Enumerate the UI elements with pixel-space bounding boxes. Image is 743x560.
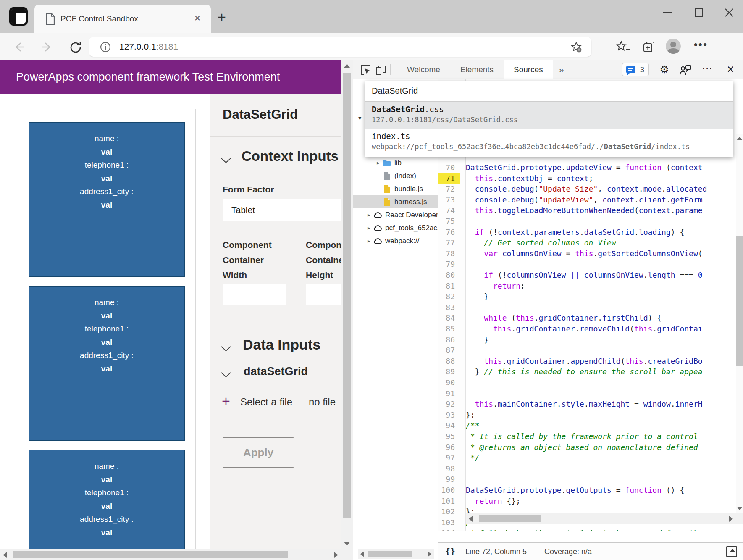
code-line[interactable]: 99 bbox=[438, 474, 736, 485]
apply-button[interactable]: Apply bbox=[223, 437, 294, 468]
chevron-down-icon[interactable] bbox=[221, 372, 231, 378]
tree-arrow-icon[interactable]: ▸ bbox=[377, 160, 383, 166]
page-horizontal-scrollbar[interactable] bbox=[0, 549, 341, 560]
code-line[interactable]: 72 console.debug("Update Size", context.… bbox=[438, 184, 736, 195]
context-inputs-heading[interactable]: Context Inputs bbox=[242, 148, 339, 164]
code-line[interactable]: 101 return {}; bbox=[438, 496, 736, 507]
tab-elements[interactable]: Elements bbox=[450, 60, 504, 79]
tab-sources[interactable]: Sources bbox=[504, 60, 553, 79]
tree-item--index-[interactable]: (index) bbox=[353, 169, 438, 182]
url-text[interactable]: 127.0.0.1:8181 bbox=[119, 42, 178, 52]
tree-item-react-developer-tools[interactable]: ▸React Developer Tools bbox=[353, 208, 438, 221]
page-vertical-scrollbar[interactable] bbox=[341, 60, 353, 549]
record-card[interactable]: name :valtelephone1 :valaddress1_city :v… bbox=[29, 122, 185, 277]
maximize-button[interactable] bbox=[693, 6, 705, 19]
search-result[interactable]: index.tswebpack://pcf_tools_652ac3f36e…4… bbox=[365, 129, 733, 155]
collections-icon[interactable] bbox=[641, 39, 656, 54]
console-messages-badge[interactable]: 3 bbox=[622, 63, 649, 76]
feedback-icon[interactable] bbox=[679, 65, 692, 76]
code-line[interactable]: 95 * It is called by the framework prior… bbox=[438, 431, 736, 442]
tree-item-pcf-tools-652ac3f36e[interactable]: ▸pcf_tools_652ac3f36e bbox=[353, 221, 438, 234]
tree-arrow-icon[interactable]: ▸ bbox=[368, 225, 373, 231]
code-line[interactable]: 85 this.gridContainer.removeChild(this.g… bbox=[438, 323, 736, 334]
tree-item-harness-js[interactable]: harness.js bbox=[353, 195, 438, 208]
forward-button[interactable] bbox=[40, 40, 54, 54]
tree-item-webpack-[interactable]: ▸webpack:// bbox=[353, 234, 438, 247]
editor-horizontal-scrollbar[interactable] bbox=[466, 513, 736, 524]
tree-item-bundle-js[interactable]: bundle.js bbox=[353, 182, 438, 195]
tree-item-lib[interactable]: ▸lib bbox=[353, 156, 438, 169]
container-width-input[interactable] bbox=[223, 284, 286, 305]
tab-welcome[interactable]: Welcome bbox=[397, 60, 450, 79]
code-line[interactable]: 100DataSetGrid.prototype.getOutputs = fu… bbox=[438, 485, 736, 496]
devtools-menu-icon[interactable]: ⋯ bbox=[702, 62, 713, 74]
chevron-down-icon[interactable] bbox=[221, 158, 231, 163]
dataset-grid-heading[interactable]: dataSetGrid bbox=[244, 365, 308, 378]
file-search-input[interactable]: DataSetGrid bbox=[365, 81, 733, 102]
add-favorite-icon[interactable] bbox=[570, 41, 582, 53]
code-line[interactable]: 90 bbox=[438, 377, 736, 388]
device-toolbar-icon[interactable] bbox=[375, 64, 386, 76]
settings-gear-icon[interactable]: ⚙ bbox=[660, 63, 669, 76]
back-button[interactable] bbox=[12, 40, 26, 54]
code-line[interactable]: 84 while (this.gridContainer.firstChild)… bbox=[438, 313, 736, 323]
select-file-button[interactable]: Select a file bbox=[240, 396, 292, 408]
code-line[interactable]: 70DataSetGrid.prototype.updateView = fun… bbox=[438, 162, 736, 173]
code-line[interactable]: 71 this.contextObj = context; bbox=[438, 173, 736, 184]
record-card[interactable]: name :valtelephone1 :valaddress1_city :v… bbox=[29, 450, 185, 549]
tree-arrow-icon[interactable]: ▸ bbox=[368, 238, 373, 244]
code-line[interactable]: 98 bbox=[438, 463, 736, 474]
refresh-button[interactable] bbox=[68, 40, 82, 54]
code-line[interactable]: 78 var columnsOnView = this.getSortedCol… bbox=[438, 248, 736, 259]
browser-tab[interactable]: PCF Control Sandbox ✕ bbox=[34, 5, 211, 33]
code-line[interactable]: 74 this.toggleLoadMoreButtonWhenNeeded(c… bbox=[438, 205, 736, 216]
line-number: 101 bbox=[438, 496, 460, 507]
more-tabs-icon[interactable]: » bbox=[553, 60, 570, 79]
code-line[interactable]: 83 bbox=[438, 302, 736, 313]
profile-avatar[interactable] bbox=[666, 39, 681, 54]
code-line[interactable]: 77 // Get sorted columns on View bbox=[438, 237, 736, 248]
editor-vertical-scrollbar[interactable] bbox=[736, 134, 743, 513]
code-line[interactable]: 87 bbox=[438, 345, 736, 356]
container-height-input[interactable] bbox=[306, 284, 341, 305]
browser-menu-icon[interactable]: ••• bbox=[694, 38, 708, 51]
data-inputs-heading[interactable]: Data Inputs bbox=[243, 337, 320, 353]
code-line[interactable]: 92 this.mainContainer.style.maxHeight = … bbox=[438, 399, 736, 410]
favorites-icon[interactable] bbox=[615, 39, 630, 54]
devtools-close-icon[interactable]: ✕ bbox=[727, 64, 735, 75]
code-line[interactable]: 104 * Called when the control is to be r… bbox=[438, 528, 736, 531]
code-line[interactable]: 96 * @returns an object based on nomencl… bbox=[438, 442, 736, 453]
address-bar[interactable]: 127.0.0.1:8181 bbox=[89, 37, 591, 57]
new-tab-button[interactable]: + bbox=[218, 10, 226, 24]
pretty-print-icon[interactable]: {} bbox=[445, 546, 455, 556]
code-line[interactable]: 80 if (!columnsOnView || columnsOnView.l… bbox=[438, 270, 736, 281]
expand-drawer-icon[interactable] bbox=[726, 546, 737, 557]
code-line[interactable]: 89 } // this is needed to ensure the scr… bbox=[438, 366, 736, 377]
navigator-horizontal-scrollbar[interactable] bbox=[358, 549, 434, 559]
search-result[interactable]: DataSetGrid.css127.0.0.1:8181/css/DataSe… bbox=[365, 102, 733, 129]
workspaces-icon[interactable] bbox=[9, 7, 28, 26]
code-line[interactable]: 93}; bbox=[438, 410, 736, 421]
tab-close-icon[interactable]: ✕ bbox=[194, 13, 201, 23]
code-line[interactable]: 94/** bbox=[438, 420, 736, 431]
code-line[interactable]: 81 return; bbox=[438, 281, 736, 292]
tree-expander-icon[interactable]: ▾ bbox=[358, 114, 362, 122]
code-line[interactable]: 75 bbox=[438, 216, 736, 227]
record-card[interactable]: name :valtelephone1 :valaddress1_city :v… bbox=[29, 286, 185, 441]
close-window-button[interactable] bbox=[723, 6, 735, 19]
plus-icon[interactable]: + bbox=[222, 394, 230, 408]
code-line[interactable]: 73 console.debug("updateView", context.c… bbox=[438, 195, 736, 205]
code-line[interactable]: 97 */ bbox=[438, 452, 736, 463]
form-factor-select[interactable]: Tablet bbox=[223, 199, 341, 221]
tree-arrow-icon[interactable]: ▸ bbox=[368, 212, 373, 218]
code-line[interactable]: 91 bbox=[438, 388, 736, 399]
code-line[interactable]: 86 } bbox=[438, 334, 736, 345]
minimize-button[interactable] bbox=[661, 6, 674, 19]
code-line[interactable]: 88 this.gridContainer.appendChild(this.c… bbox=[438, 356, 736, 367]
code-line[interactable]: 79 bbox=[438, 259, 736, 270]
code-line[interactable]: 76 if (!context.parameters.dataSetGrid.l… bbox=[438, 227, 736, 238]
code-line[interactable]: 82 } bbox=[438, 291, 736, 302]
inspect-element-icon[interactable] bbox=[360, 64, 371, 76]
chevron-down-icon[interactable] bbox=[221, 346, 231, 352]
site-info-icon[interactable] bbox=[100, 42, 111, 53]
